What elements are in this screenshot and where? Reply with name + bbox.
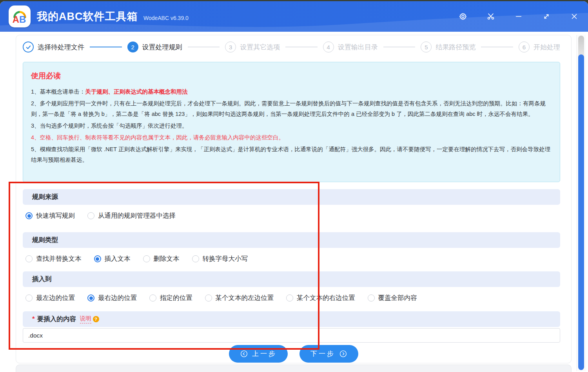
close-icon[interactable] (568, 10, 581, 23)
radio-label: 插入文本 (105, 255, 131, 263)
title-bar: A B 我的ABC软件工具箱 WodeABC v6.39.0 (0, 1, 588, 32)
notice-line-1: 1、基本概念请单击：关于规则、正则表达式的基本概念和用法 (31, 87, 552, 97)
step-number: 2 (127, 42, 138, 52)
radio-option[interactable]: 插入文本 (94, 255, 131, 263)
usage-notice-panel: 使用必读 1、基本概念请单击：关于规则、正则表达式的基本概念和用法 2、多个规则… (23, 62, 560, 182)
radio-selected-icon[interactable] (87, 294, 94, 302)
wizard-step-6: 6开始处理 (519, 42, 560, 52)
notice-line-3: 3、当勾选多个规则时，系统会按「勾选顺序」依次进行处理。 (31, 121, 552, 131)
section-header-insert-position: 插入到 (23, 271, 560, 287)
step-label: 设置其它选项 (240, 43, 280, 52)
app-logo: A B (9, 5, 31, 27)
required-asterisk: * (32, 315, 35, 323)
step-number: 6 (519, 42, 530, 52)
radio-unselected-icon[interactable] (25, 255, 33, 262)
step-label: 结果路径预览 (436, 43, 475, 52)
minimize-icon[interactable] (512, 10, 525, 23)
radio-label: 某个文本的右边位置 (297, 294, 355, 302)
radio-option[interactable]: 转换字母大小写 (192, 255, 248, 263)
notice-line-5: 5、模糊查找功能采用「微软 .NET 正则表达式解析引擎」来实现，「正则表达式」… (31, 144, 552, 165)
radio-option[interactable]: 某个文本的右边位置 (286, 294, 355, 302)
scrollbar-track[interactable] (576, 35, 586, 371)
radio-group-rule-source: 快速填写规则从通用的规则管理器中选择 (25, 211, 560, 221)
wizard-step-2: 2设置处理规则 (127, 42, 182, 52)
radio-unselected-icon[interactable] (149, 294, 156, 302)
radio-option[interactable]: 快速填写规则 (25, 211, 75, 220)
step-label: 设置输出目录 (338, 43, 378, 52)
insert-content-input[interactable] (23, 328, 560, 343)
app-title: 我的ABC软件工具箱 (37, 11, 138, 22)
notice-title: 使用必读 (31, 71, 552, 81)
radio-option[interactable]: 最右边的位置 (87, 294, 137, 302)
radio-label: 覆盖全部内容 (378, 294, 417, 302)
settings-gear-icon[interactable] (456, 10, 470, 23)
step-number: 5 (421, 42, 432, 52)
step-connector (285, 47, 318, 47)
step-connector (90, 47, 122, 47)
radio-label: 指定的位置 (160, 294, 192, 302)
wizard-step-3: 3设置其它选项 (225, 42, 280, 52)
radio-option[interactable]: 最左边的位置 (25, 294, 75, 302)
circle-arrow-left-icon (240, 350, 248, 358)
section-header-rule-type: 规则类型 (23, 232, 560, 248)
resize-icon[interactable] (540, 10, 553, 23)
radio-unselected-icon[interactable] (25, 294, 33, 302)
step-connector (481, 47, 513, 47)
step-number: 4 (323, 42, 334, 52)
titlebar-actions (456, 10, 581, 23)
radio-selected-icon[interactable] (94, 255, 101, 262)
app-version: WodeABC v6.39.0 (143, 15, 189, 21)
radio-group-insert-position: 最左边的位置最右边的位置指定的位置某个文本的左边位置某个文本的右边位置覆盖全部内… (25, 293, 560, 303)
radio-unselected-icon[interactable] (192, 255, 199, 262)
radio-option[interactable]: 从通用的规则管理器中选择 (87, 211, 176, 220)
scrollbar-thumb[interactable] (578, 54, 584, 370)
radio-label: 最左边的位置 (36, 294, 75, 302)
radio-selected-icon[interactable] (25, 212, 33, 219)
insert-content-title: 要插入的内容 (37, 315, 76, 323)
svg-text:A: A (13, 14, 19, 25)
section-header-rule-source: 规则来源 (23, 189, 560, 205)
next-card-edge (16, 365, 572, 372)
radio-unselected-icon[interactable] (143, 255, 150, 262)
wizard-step-5: 5结果路径预览 (421, 42, 475, 52)
radio-option[interactable]: 删除文本 (143, 255, 180, 263)
wizard-step-1: 选择待处理文件 (23, 42, 84, 52)
prev-step-button[interactable]: 上一步 (229, 345, 288, 363)
step-connector (188, 47, 220, 47)
explain-link[interactable]: 说明 (80, 315, 91, 323)
radio-group-rule-type: 查找并替换文本插入文本删除文本转换字母大小写 (25, 254, 560, 264)
radio-label: 最右边的位置 (98, 294, 137, 302)
radio-label: 查找并替换文本 (36, 255, 82, 263)
scissors-icon[interactable] (484, 10, 497, 23)
radio-label: 转换字母大小写 (203, 255, 248, 263)
radio-option[interactable]: 某个文本的左边位置 (205, 294, 274, 302)
radio-label: 某个文本的左边位置 (216, 294, 274, 302)
step-number: 3 (225, 42, 236, 52)
radio-unselected-icon[interactable] (87, 212, 94, 219)
wizard-steps: 选择待处理文件2设置处理规则3设置其它选项4设置输出目录5结果路径预览6开始处理 (23, 40, 560, 54)
notice-line-2: 2、多个规则应用于同一文件时，只有在上一条规则处理完后，才会处理下一条规则。因此… (31, 98, 552, 119)
radio-option[interactable]: 指定的位置 (149, 294, 192, 302)
radio-unselected-icon[interactable] (205, 294, 212, 302)
app-window: A B 我的ABC软件工具箱 WodeABC v6.39.0 (0, 1, 588, 372)
svg-text:B: B (19, 14, 26, 25)
radio-unselected-icon[interactable] (286, 294, 293, 302)
radio-option[interactable]: 覆盖全部内容 (368, 294, 417, 302)
notice-line-4: 4、空格、回车换行、制表符等看不见的内容也属于文本，因此，请务必留意输入内容中的… (31, 132, 552, 143)
page-body: 选择待处理文件2设置处理规则3设置其它选项4设置输出目录5结果路径预览6开始处理… (0, 32, 588, 372)
radio-option[interactable]: 查找并替换文本 (25, 255, 82, 263)
step-connector (383, 47, 416, 47)
next-step-button[interactable]: 下一步 (299, 345, 358, 363)
brand: A B 我的ABC软件工具箱 WodeABC v6.39.0 (9, 5, 189, 27)
radio-unselected-icon[interactable] (368, 294, 375, 302)
concept-help-link[interactable]: 关于规则、正则表达式的基本概念和用法 (85, 88, 188, 95)
step-label: 设置处理规则 (142, 43, 182, 52)
step-label: 选择待处理文件 (38, 43, 84, 52)
section-header-insert-content: * 要插入的内容 说明 ? (23, 311, 560, 327)
step-label: 开始处理 (534, 43, 560, 52)
radio-label: 删除文本 (154, 255, 180, 263)
question-mark-icon[interactable]: ? (93, 316, 99, 322)
radio-label: 快速填写规则 (36, 211, 75, 220)
content-card: 选择待处理文件2设置处理规则3设置其它选项4设置输出目录5结果路径预览6开始处理… (16, 35, 572, 363)
wizard-step-4: 4设置输出目录 (323, 42, 378, 52)
